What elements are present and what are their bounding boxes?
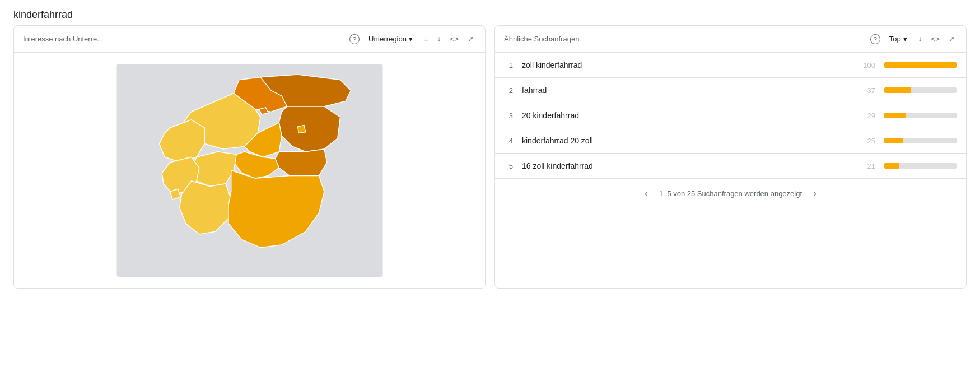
right-download-icon: ↓ bbox=[918, 35, 922, 43]
pagination: ‹ 1–5 von 25 Suchanfragen werden angezei… bbox=[495, 178, 966, 208]
top-chevron-down-icon: ▾ bbox=[903, 35, 907, 43]
bar-fill bbox=[884, 138, 903, 143]
download-icon: ↓ bbox=[437, 35, 441, 43]
item-value: 25 bbox=[858, 137, 875, 145]
bar-container bbox=[884, 87, 957, 93]
item-label: zoll kinderfahrrad bbox=[522, 61, 850, 69]
right-download-button[interactable]: ↓ bbox=[916, 33, 925, 45]
right-panel: Ähnliche Suchanfragen ? Top ▾ ↓ <> ⤢ 1 z… bbox=[494, 25, 967, 289]
next-icon: › bbox=[813, 188, 816, 199]
related-title: Ähnliche Suchanfragen bbox=[504, 35, 866, 43]
prev-page-button[interactable]: ‹ bbox=[642, 185, 650, 202]
chevron-down-icon: ▾ bbox=[409, 35, 413, 43]
right-help-icon[interactable]: ? bbox=[870, 34, 880, 44]
item-rank: 4 bbox=[504, 137, 513, 145]
left-help-icon[interactable]: ? bbox=[349, 34, 360, 44]
bar-container bbox=[884, 62, 957, 68]
bar-container bbox=[884, 113, 957, 118]
code-icon: <> bbox=[450, 35, 459, 43]
item-value: 37 bbox=[858, 86, 875, 95]
list-item[interactable]: 2 fahrrad 37 bbox=[495, 78, 966, 103]
item-label: 20 kinderfahrrad bbox=[522, 111, 850, 120]
list-item[interactable]: 4 kinderfahrrad 20 zoll 25 bbox=[495, 128, 966, 154]
right-code-icon: <> bbox=[931, 35, 940, 43]
unterregion-dropdown[interactable]: Unterregion ▾ bbox=[364, 33, 417, 45]
bar-fill bbox=[884, 62, 957, 68]
bar-fill bbox=[884, 87, 911, 93]
list-icon: ≡ bbox=[424, 35, 428, 43]
next-page-button[interactable]: › bbox=[811, 185, 819, 202]
bar-container bbox=[884, 163, 957, 169]
list-item[interactable]: 3 20 kinderfahrrad 29 bbox=[495, 103, 966, 128]
bar-container bbox=[884, 138, 957, 143]
item-label: 16 zoll kinderfahrrad bbox=[522, 161, 850, 170]
list-view-button[interactable]: ≡ bbox=[422, 33, 431, 45]
download-button[interactable]: ↓ bbox=[435, 33, 444, 45]
left-panel-header: Interesse nach Unterre... ? Unterregion … bbox=[14, 26, 485, 53]
top-label: Top bbox=[889, 35, 901, 43]
bar-fill bbox=[884, 113, 906, 118]
prev-icon: ‹ bbox=[645, 188, 648, 199]
pagination-text: 1–5 von 25 Suchanfragen werden angezeigt bbox=[659, 189, 802, 198]
share-icon: ⤢ bbox=[468, 35, 474, 43]
item-rank: 5 bbox=[504, 162, 513, 170]
search-list: 1 zoll kinderfahrrad 100 2 fahrrad 37 3 … bbox=[495, 53, 966, 178]
item-rank: 1 bbox=[504, 61, 513, 69]
item-value: 21 bbox=[858, 162, 875, 170]
item-label: fahrrad bbox=[522, 86, 850, 95]
item-rank: 3 bbox=[504, 112, 513, 120]
list-item[interactable]: 5 16 zoll kinderfahrrad 21 bbox=[495, 154, 966, 178]
left-panel: Interesse nach Unterre... ? Unterregion … bbox=[13, 25, 486, 289]
top-dropdown[interactable]: Top ▾ bbox=[885, 33, 912, 45]
item-value: 100 bbox=[858, 61, 875, 69]
page-title: kinderfahrrad bbox=[0, 0, 980, 25]
right-share-icon: ⤢ bbox=[949, 35, 955, 43]
embed-button[interactable]: <> bbox=[447, 33, 461, 45]
germany-map bbox=[110, 64, 390, 277]
dropdown-label: Unterregion bbox=[368, 35, 407, 43]
item-value: 29 bbox=[858, 112, 875, 120]
share-button[interactable]: ⤢ bbox=[465, 33, 476, 45]
left-panel-title: Interesse nach Unterre... bbox=[23, 35, 345, 43]
item-label: kinderfahrrad 20 zoll bbox=[522, 136, 850, 145]
right-share-button[interactable]: ⤢ bbox=[946, 33, 957, 45]
item-rank: 2 bbox=[504, 86, 513, 95]
map-container bbox=[14, 53, 485, 288]
bar-fill bbox=[884, 163, 899, 169]
list-item[interactable]: 1 zoll kinderfahrrad 100 bbox=[495, 53, 966, 78]
right-embed-button[interactable]: <> bbox=[928, 33, 942, 45]
right-panel-header: Ähnliche Suchanfragen ? Top ▾ ↓ <> ⤢ bbox=[495, 26, 966, 53]
